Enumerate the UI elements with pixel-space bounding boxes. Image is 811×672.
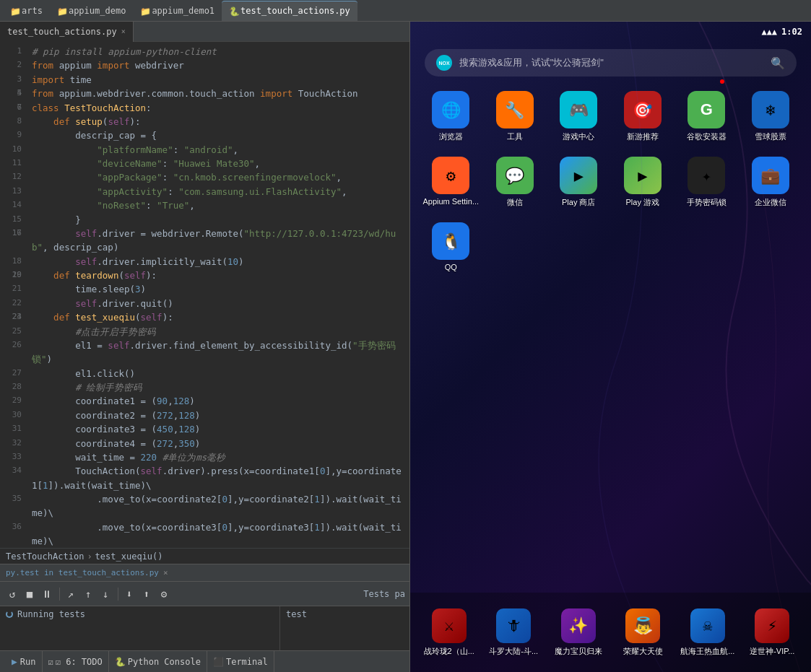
- code-line-26: 26 el1 = self.driver.find_element_by_acc…: [0, 339, 409, 367]
- app-qq[interactable]: 🐧 QQ: [422, 222, 480, 271]
- google-installer-icon: G: [688, 91, 725, 128]
- gesture-lock-icon: ✦: [688, 157, 725, 194]
- tests-passed-label: Tests pa: [363, 589, 405, 599]
- play-store-label: Play 商店: [562, 197, 595, 208]
- dock-app-3-label: 魔力宝贝归来: [555, 646, 602, 657]
- nox-logo: NOX: [436, 55, 452, 71]
- code-line-33: 33 wait_time = 220 #单位为ms毫秒: [0, 450, 409, 464]
- todo-icon: ☑: [48, 657, 53, 667]
- code-line-1: 1# pip install appium-python-client: [0, 45, 409, 58]
- status-bar: ▶ Run ☑ ☑ 6: TODO 🐍 Python Console ⬛ Ter…: [0, 650, 409, 672]
- file-tab-active[interactable]: test_touch_actions.py ×: [0, 22, 134, 42]
- app-game-center[interactable]: 🎮 游戏中心: [550, 91, 608, 142]
- tab-test-touch-actions[interactable]: 🐍 test_touch_actions.py: [222, 1, 357, 21]
- xueqiu-icon: ❄: [752, 91, 789, 128]
- tab-arts[interactable]: 📁 arts: [3, 1, 50, 21]
- pause-button[interactable]: ⏸: [39, 586, 55, 602]
- code-line-27: 27 el1.click(): [0, 367, 409, 380]
- breadcrumb-method[interactable]: test_xueqiu(): [95, 551, 163, 562]
- next-button[interactable]: ↓: [97, 586, 113, 602]
- app-grid-row3: 🐧 QQ: [410, 215, 811, 279]
- dock-app-5[interactable]: ☠ 航海王热血航...: [677, 608, 738, 657]
- new-games-icon: 🎯: [624, 91, 662, 128]
- app-browser[interactable]: 🌐 浏览器: [422, 91, 480, 142]
- export-button[interactable]: ⬆: [139, 586, 155, 602]
- code-line-21: 21 time.sleep(3): [0, 282, 409, 296]
- terminal-item[interactable]: ⬛ Terminal: [207, 651, 274, 672]
- run-config-close[interactable]: ×: [163, 568, 168, 577]
- file-tab-label: test_touch_actions.py: [7, 27, 117, 37]
- code-line-18: 18 self.driver.implicitly_wait(10): [0, 255, 409, 269]
- dock-app-1-icon: ⚔: [432, 608, 467, 643]
- code-line-11: 11 "deviceName": "Huawei Mate30",: [0, 157, 409, 170]
- todo-status-item[interactable]: ☑ ☑ 6: TODO: [43, 651, 109, 672]
- dock-app-1-label: 战玲珑2（山...: [424, 646, 474, 657]
- app-gesture-lock[interactable]: ✦ 手势密码锁: [677, 157, 736, 208]
- status-bar-icons: ▲▲▲: [761, 27, 777, 37]
- tab-appium-demo[interactable]: 📁 appium_demo: [50, 1, 133, 21]
- app-enterprise-wechat[interactable]: 💼 企业微信: [742, 157, 800, 208]
- code-line-8: 8 def setup(self):: [0, 115, 409, 128]
- play-store-icon: ▶: [560, 157, 597, 194]
- rerun-button[interactable]: ↺: [4, 586, 20, 602]
- code-line-30: 30 coordinate2 = (272,128): [0, 409, 409, 422]
- app-tools[interactable]: 🔧 工具: [486, 91, 545, 142]
- dock-app-2[interactable]: 🗡 斗罗大陆-斗...: [484, 608, 545, 657]
- top-tab-bar: 📁 arts 📁 appium_demo 📁 appium_demo1 🐍 te…: [0, 0, 811, 22]
- file-tab-close[interactable]: ×: [121, 27, 126, 35]
- code-line-28: 28 # 绘制手势密码: [0, 380, 409, 394]
- app-google-installer[interactable]: G 谷歌安装器: [677, 91, 736, 142]
- code-editor[interactable]: 1# pip install appium-python-client 2fro…: [0, 42, 409, 548]
- phone-dock: ⚔ 战玲珑2（山... 🗡 斗罗大陆-斗... ✨ 魔力宝贝归来 👼 荣耀大天使…: [410, 593, 811, 672]
- dock-app-3-icon: ✨: [561, 608, 596, 643]
- running-spinner: [6, 611, 13, 618]
- settings-button[interactable]: ⚙: [156, 586, 172, 602]
- enterprise-wechat-label: 企业微信: [755, 197, 786, 208]
- python-icon: 🐍: [115, 657, 126, 667]
- stop-button[interactable]: ■: [22, 586, 38, 602]
- test-output-preview: test: [279, 606, 409, 650]
- app-play-games[interactable]: ▶ Play 游戏: [614, 157, 672, 208]
- file-tab-bar: test_touch_actions.py ×: [0, 22, 409, 42]
- code-line-20: 20 def teardown(self):: [0, 269, 409, 282]
- phone-panel: ▲▲▲ 1:02 NOX 搜索游戏&应用，试试"坎公骑冠剑" 🔍 🌐 浏览器: [410, 22, 811, 672]
- test-toolbar: ↺ ■ ⏸ ↗ ↑ ↓ ⬇ ⬆ ⚙ Tests pa: [0, 582, 409, 606]
- dock-app-6-icon: ⚡: [755, 608, 789, 643]
- dock-app-3[interactable]: ✨ 魔力宝贝归来: [548, 608, 609, 657]
- qq-icon: 🐧: [432, 222, 469, 260]
- breadcrumb-class[interactable]: TestTouchAction: [6, 551, 84, 562]
- import-button[interactable]: ⬇: [121, 586, 137, 602]
- breadcrumb: TestTouchAction › test_xueqiu(): [0, 548, 409, 564]
- phone-search-bar[interactable]: NOX 搜索游戏&应用，试试"坎公骑冠剑" 🔍: [425, 49, 797, 77]
- code-line-10: 10 "platformName": "android",: [0, 143, 409, 157]
- dock-app-1[interactable]: ⚔ 战玲珑2（山...: [419, 608, 480, 657]
- python-console-item[interactable]: 🐍 Python Console: [109, 651, 207, 672]
- play-games-label: Play 游戏: [626, 197, 659, 208]
- run-status-item[interactable]: ▶ Run: [6, 651, 43, 672]
- folder-icon-2: 📁: [57, 6, 66, 15]
- app-wechat[interactable]: 💬 微信: [486, 157, 545, 208]
- dock-app-6[interactable]: ⚡ 逆世神-VIP...: [742, 608, 803, 657]
- search-icon[interactable]: 🔍: [771, 56, 785, 70]
- code-line-2: 2from appium import webdriver: [0, 58, 409, 72]
- qq-label: QQ: [445, 263, 457, 271]
- new-games-label: 新游推荐: [627, 131, 659, 142]
- game-center-icon: 🎮: [560, 91, 597, 128]
- todo-label: ☑ 6: TODO: [56, 657, 103, 667]
- jump-to-source-button[interactable]: ↗: [63, 586, 79, 602]
- run-config-tab[interactable]: py.test in test_touch_actions.py: [6, 568, 159, 577]
- tools-label: 工具: [507, 131, 523, 142]
- wechat-icon: 💬: [496, 157, 534, 194]
- dock-app-4[interactable]: 👼 荣耀大天使: [613, 608, 674, 657]
- code-line-22: 22 self.driver.quit(): [0, 297, 409, 310]
- phone-screen: ▲▲▲ 1:02 NOX 搜索游戏&应用，试试"坎公骑冠剑" 🔍 🌐 浏览器: [410, 22, 811, 672]
- tab-appium-demo1[interactable]: 📁 appium_demo1: [133, 1, 222, 21]
- app-appium-settings[interactable]: ⚙ Appium Settin...: [422, 157, 480, 208]
- browser-label: 浏览器: [439, 131, 463, 142]
- app-play-store[interactable]: ▶ Play 商店: [550, 157, 608, 208]
- app-xueqiu[interactable]: ❄ 雪球股票: [742, 91, 800, 142]
- test-tree: Running tests: [0, 606, 279, 650]
- play-games-icon: ▶: [624, 157, 662, 194]
- previous-button[interactable]: ↑: [80, 586, 96, 602]
- app-new-games[interactable]: 🎯 新游推荐: [614, 91, 672, 142]
